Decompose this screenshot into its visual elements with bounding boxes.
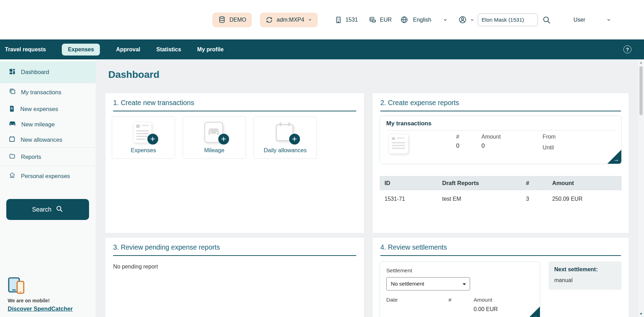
col-header-amount: Amount	[547, 176, 622, 190]
settlement-count-col: #	[448, 297, 474, 312]
vertical-scrollbar[interactable]: ▲ ▼	[638, 59, 644, 317]
my-transactions-title: My transactions	[386, 120, 615, 127]
language-value: English	[413, 17, 431, 23]
search-icon[interactable]	[542, 15, 551, 24]
settlement-label: Settlement	[386, 267, 534, 274]
main-navbar: Travel requests Expenses Approval Statis…	[0, 39, 644, 59]
card-new-daily-allowances[interactable]: + Daily allowances	[254, 116, 317, 159]
sidebar-item-personal-expenses[interactable]: Personal expenses	[0, 166, 96, 186]
settlement-amount-col: Amount 0.00 EUR	[474, 297, 498, 312]
home-icon	[9, 172, 16, 180]
discover-spendcatcher-link[interactable]: Discover SpendCatcher	[8, 305, 73, 312]
count-value: 0	[456, 142, 459, 149]
sidebar-item-label: New mileage	[21, 121, 54, 128]
plus-icon: +	[289, 134, 300, 145]
user-account-menu[interactable]	[458, 15, 474, 24]
cell-count: 3	[521, 190, 547, 208]
sidebar-item-new-allowances[interactable]: New allowances	[0, 132, 96, 147]
transactions-windows-icon	[9, 88, 16, 96]
database-icon	[218, 16, 226, 24]
chevron-down-icon	[462, 281, 466, 287]
scroll-up-icon[interactable]: ▲	[638, 59, 644, 66]
company-id-group[interactable]: 1531	[335, 16, 358, 24]
environment-badge[interactable]: adm:MXP4	[260, 13, 318, 27]
panel-pending-expense-reports: 3. Review pending expense reports No pen…	[105, 238, 364, 317]
my-transactions-box[interactable]: My transactions	[380, 116, 622, 164]
panel-title: 1. Create new transactions	[105, 93, 364, 106]
amount-value: 0.00 EUR	[474, 306, 498, 312]
nav-travel-requests[interactable]: Travel requests	[5, 46, 46, 53]
arrow-right-icon: →	[613, 156, 619, 162]
calendar-icon	[9, 135, 15, 144]
sidebar-item-my-transactions[interactable]: My transactions	[0, 83, 96, 101]
building-icon	[335, 16, 342, 24]
sidebar-item-label: New allowances	[21, 137, 62, 143]
card-new-mileage[interactable]: + Mileage	[183, 116, 246, 159]
table-header-row: ID Draft Reports # Amount	[380, 176, 622, 190]
nav-expenses[interactable]: Expenses	[62, 44, 100, 56]
sidebar-item-new-mileage[interactable]: New mileage	[0, 117, 96, 132]
plus-icon: +	[147, 134, 158, 145]
col-header-id: ID	[380, 176, 437, 190]
sidebar-item-reports[interactable]: Reports	[0, 148, 96, 166]
settlement-box: Settlement No settlement Date	[380, 261, 540, 317]
date-label: Date	[386, 297, 448, 303]
arrow-right-icon: →	[532, 313, 538, 317]
sidebar: Dashboard My transactions New expenses	[0, 59, 96, 317]
role-label: User	[573, 17, 585, 23]
until-label: Until	[543, 145, 556, 151]
demo-badge[interactable]: DEMO	[212, 13, 252, 27]
sidebar-item-new-expenses[interactable]: New expenses	[0, 101, 96, 117]
person-circle-icon	[458, 15, 467, 24]
search-button-label: Search	[32, 206, 51, 213]
user-search-input[interactable]	[478, 14, 538, 26]
cell-draft-report: test EM	[437, 190, 521, 208]
card-label: Daily allowances	[264, 147, 307, 154]
coins-icon	[368, 16, 377, 24]
next-settlement-value: manual	[554, 277, 616, 283]
mobile-promo: We are on mobile! Discover SpendCatcher	[8, 277, 73, 312]
top-header: DEMO adm:MXP4 1531	[0, 0, 644, 39]
currency-group[interactable]: EUR	[368, 16, 392, 24]
settlement-select[interactable]: No settlement	[386, 277, 470, 290]
sidebar-item-label: New expenses	[20, 106, 58, 112]
panel-rule	[380, 111, 621, 111]
environment-badge-label: adm:MXP4	[277, 17, 304, 23]
transactions-amount-col: Amount 0	[481, 134, 500, 155]
amount-value: 0	[481, 142, 500, 149]
sidebar-item-dashboard[interactable]: Dashboard	[0, 61, 96, 83]
panel-title: 3. Review pending expense reports	[105, 238, 364, 251]
col-header-draft-reports: Draft Reports	[437, 176, 521, 190]
count-label: #	[448, 297, 474, 303]
count-label: #	[456, 134, 459, 140]
box-rule	[386, 130, 615, 131]
settlement-date-col: Date	[386, 297, 448, 312]
dashboard-grid-icon	[9, 68, 16, 76]
role-dropdown[interactable]: User	[573, 17, 611, 23]
sidebar-item-label: Personal expenses	[21, 173, 70, 179]
mobile-caption: We are on mobile!	[8, 298, 73, 303]
language-selector[interactable]: English	[400, 16, 448, 24]
next-settlement-label: Next settlement:	[554, 266, 616, 273]
help-icon[interactable]: ?	[623, 45, 631, 53]
nav-my-profile[interactable]: My profile	[197, 46, 224, 53]
page-title: Dashboard	[108, 69, 629, 80]
cell-amount: 250.09 EUR	[547, 190, 622, 208]
nav-approval[interactable]: Approval	[116, 46, 140, 53]
scroll-down-icon[interactable]: ▼	[638, 311, 644, 317]
table-row[interactable]: 1531-71 test EM 3 250.09 EUR	[380, 190, 622, 208]
chevron-down-icon	[308, 17, 312, 22]
search-button[interactable]: Search	[6, 199, 89, 220]
panel-review-settlements: 4. Review settlements Settlement No sett…	[373, 238, 629, 317]
main-content: Dashboard 1. Create new transactions	[96, 59, 638, 317]
search-icon	[56, 205, 63, 214]
chevron-down-icon	[606, 17, 611, 22]
scrollbar-thumb[interactable]	[639, 66, 643, 115]
sidebar-item-label: Reports	[21, 154, 41, 160]
panel-title: 4. Review settlements	[373, 238, 629, 251]
nav-statistics[interactable]: Statistics	[156, 46, 181, 53]
car-icon	[9, 120, 16, 128]
settlement-select-value: No settlement	[391, 281, 424, 287]
card-new-expense[interactable]: + Expenses	[112, 116, 175, 159]
company-id-value: 1531	[345, 17, 358, 23]
